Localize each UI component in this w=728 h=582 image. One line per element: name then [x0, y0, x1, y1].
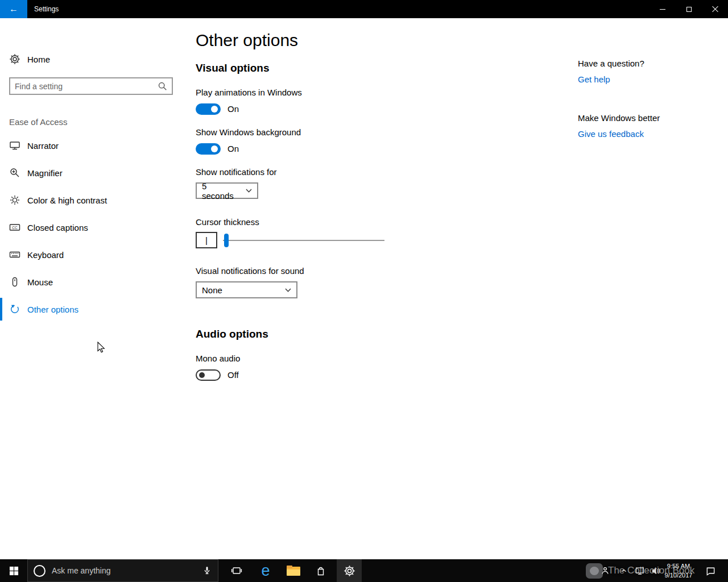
mono-audio-label: Mono audio — [196, 354, 240, 363]
cortana-icon — [34, 565, 46, 577]
visual-options-heading: Visual options — [196, 62, 270, 74]
edge-button[interactable]: e — [255, 559, 276, 582]
sidebar-item-home[interactable]: Home — [0, 48, 182, 70]
sidebar-group-label: Ease of Access — [9, 117, 68, 127]
settings-sidebar: Home Ease of Access Narrator Magnifier — [0, 18, 182, 559]
close-icon — [712, 6, 718, 13]
store-bag-icon — [315, 565, 326, 576]
narrator-icon — [9, 140, 20, 151]
cursor-thickness-slider-track[interactable] — [223, 240, 384, 241]
tray-people-button[interactable] — [598, 559, 612, 582]
give-feedback-link[interactable]: Give us feedback — [578, 129, 644, 139]
task-view-icon — [231, 565, 242, 576]
back-button[interactable]: ← — [0, 0, 27, 18]
file-explorer-icon — [287, 566, 300, 576]
maximize-icon — [686, 7, 692, 12]
sidebar-item-color-high-contrast[interactable]: Color & high contrast — [0, 189, 182, 211]
speaker-icon — [651, 566, 661, 576]
show-notifications-label: Show notifications for — [196, 167, 277, 177]
have-a-question-heading: Have a question? — [578, 59, 644, 68]
chevron-up-icon — [620, 567, 628, 575]
sidebar-item-keyboard[interactable]: Keyboard — [0, 243, 182, 266]
sidebar-item-label: Color & high contrast — [27, 196, 107, 205]
show-background-toggle[interactable] — [196, 143, 221, 155]
cursor-preview-glyph: | — [205, 235, 208, 245]
magnifier-icon — [9, 167, 20, 178]
sidebar-item-label: Magnifier — [27, 168, 63, 178]
clock-time: 9:55 AM — [661, 562, 696, 571]
closed-captions-icon: CC — [9, 222, 20, 233]
sidebar-item-narrator[interactable]: Narrator — [0, 134, 182, 157]
taskbar-clock[interactable]: 9:55 AM 9/10/2017 — [661, 562, 696, 580]
settings-gear-icon — [344, 565, 355, 577]
action-center-button[interactable] — [701, 559, 720, 582]
play-animations-state: On — [228, 103, 239, 115]
clock-date: 9/10/2017 — [661, 571, 696, 580]
sidebar-item-magnifier[interactable]: Magnifier — [0, 161, 182, 184]
back-icon: ← — [9, 4, 18, 14]
play-animations-label: Play animations in Windows — [196, 88, 302, 97]
minimize-button[interactable] — [650, 0, 676, 18]
cursor-thickness-preview: | — [196, 232, 217, 248]
taskbar: Ask me anything e — [0, 559, 728, 582]
show-background-label: Show Windows background — [196, 127, 301, 137]
close-button[interactable] — [702, 0, 728, 18]
sidebar-item-label: Mouse — [27, 277, 53, 287]
file-explorer-button[interactable] — [283, 559, 304, 582]
sidebar-item-label: Home — [27, 55, 50, 64]
edge-icon: e — [261, 563, 270, 579]
sidebar-item-label: Keyboard — [27, 250, 64, 260]
store-button[interactable] — [310, 559, 332, 582]
chevron-down-icon — [246, 189, 252, 193]
keyboard-icon — [9, 249, 20, 260]
microphone-icon[interactable] — [202, 565, 212, 576]
get-help-link[interactable]: Get help — [578, 74, 610, 84]
chevron-down-icon — [285, 288, 291, 292]
windows-logo-icon — [9, 566, 19, 576]
visual-sound-label: Visual notifications for sound — [196, 266, 304, 276]
tray-network-button[interactable] — [632, 559, 647, 582]
sidebar-item-label: Closed captions — [27, 223, 88, 232]
settings-taskbar-button[interactable] — [337, 559, 362, 582]
cortana-search-box[interactable]: Ask me anything — [27, 559, 218, 582]
person-icon — [600, 566, 610, 576]
sidebar-item-closed-captions[interactable]: CC Closed captions — [0, 216, 182, 239]
taskbar-search-placeholder: Ask me anything — [52, 566, 202, 575]
notification-duration-value: 5 seconds — [202, 181, 240, 201]
audio-options-heading: Audio options — [196, 328, 268, 340]
search-input[interactable] — [10, 82, 158, 91]
mouse-icon — [9, 276, 20, 288]
window-title: Settings — [34, 0, 59, 18]
titlebar: ← Settings — [0, 0, 728, 18]
sidebar-item-label: Narrator — [27, 141, 59, 151]
cursor-thickness-slider-thumb[interactable] — [224, 234, 229, 247]
notification-duration-dropdown[interactable]: 5 seconds — [196, 182, 258, 199]
window-controls — [650, 0, 728, 18]
play-animations-toggle[interactable] — [196, 103, 221, 115]
sidebar-item-other-options[interactable]: Other options — [0, 298, 182, 321]
gear-icon — [9, 53, 20, 65]
action-center-icon — [705, 566, 716, 576]
visual-sound-value: None — [202, 285, 222, 295]
cursor-thickness-slider — [223, 234, 384, 247]
page-title: Other options — [196, 31, 298, 50]
make-windows-better-heading: Make Windows better — [578, 113, 660, 123]
cursor-thickness-label: Cursor thickness — [196, 217, 259, 227]
show-background-state: On — [228, 143, 239, 155]
svg-text:CC: CC — [12, 226, 18, 230]
contrast-sun-icon — [9, 194, 20, 206]
mono-audio-toggle[interactable] — [196, 369, 221, 381]
visual-sound-dropdown[interactable]: None — [196, 281, 297, 298]
other-options-icon — [9, 304, 20, 315]
tray-show-hidden-icons-button[interactable] — [618, 559, 630, 582]
mono-audio-state: Off — [228, 369, 239, 381]
minimize-icon — [660, 9, 665, 10]
sidebar-item-mouse[interactable]: Mouse — [0, 271, 182, 293]
settings-search-box — [9, 77, 173, 95]
network-icon — [635, 566, 645, 576]
sidebar-item-label: Other options — [27, 305, 78, 314]
start-button[interactable] — [0, 559, 27, 582]
task-view-button[interactable] — [226, 559, 247, 582]
maximize-button[interactable] — [676, 0, 702, 18]
search-icon[interactable] — [158, 81, 168, 92]
